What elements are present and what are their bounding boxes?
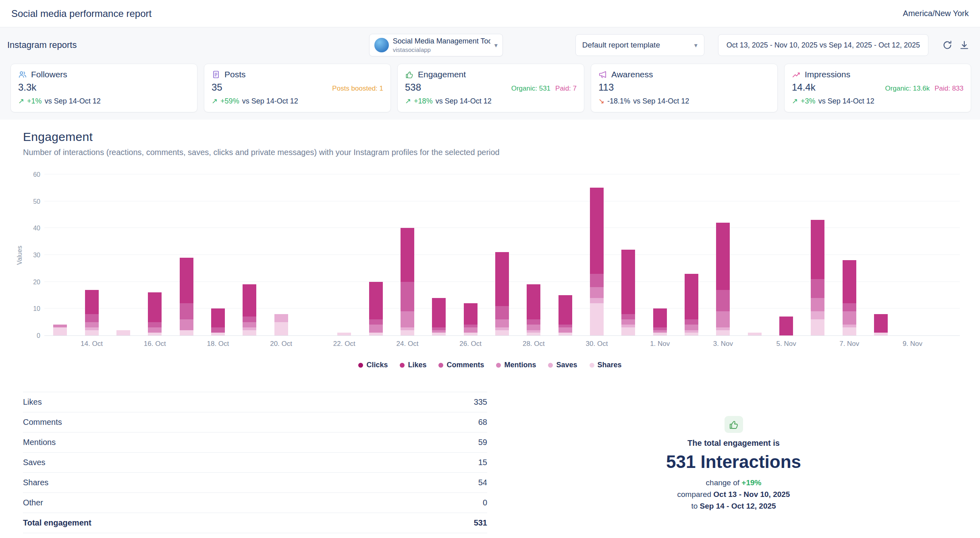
- metric-value: 15: [478, 458, 487, 467]
- bar-segment-likes: [180, 258, 193, 303]
- bar-segment-shares: [811, 319, 824, 335]
- bar-segment-mentions: [464, 327, 478, 333]
- bar-segment-shares: [527, 333, 540, 335]
- bar-segment-likes: [432, 298, 446, 327]
- stacked-bar: [495, 252, 509, 335]
- stacked-bar: [464, 303, 478, 335]
- report-template-value: Default report template: [582, 41, 660, 50]
- card-label: Posts: [224, 70, 246, 79]
- bar-segment-comments: [243, 317, 256, 322]
- card-vs: vs Sep 14-Oct 12: [436, 97, 492, 106]
- thumbs-up-icon: [405, 70, 414, 79]
- summary-line: The total engagement is: [687, 439, 780, 448]
- profile-selector[interactable]: Social Media Management Too... vistasoci…: [369, 34, 503, 56]
- bar-segment-comments: [559, 325, 572, 327]
- report-template-select[interactable]: Default report template ▾: [575, 34, 704, 56]
- date-range-picker[interactable]: Oct 13, 2025 - Nov 10, 2025 vs Sep 14, 2…: [718, 34, 928, 56]
- legend-item-clicks[interactable]: Clicks: [358, 361, 388, 369]
- bar-segment-shares: [716, 330, 730, 335]
- bar-segment-comments: [85, 314, 99, 322]
- change-prefix: change of: [706, 478, 742, 487]
- legend-item-likes[interactable]: Likes: [400, 361, 426, 369]
- legend-label: Clicks: [366, 361, 388, 369]
- to-range: Sep 14 - Oct 12, 2025: [700, 502, 776, 510]
- stacked-bar: [274, 314, 288, 335]
- legend-label: Comments: [446, 361, 484, 369]
- bar-slot: [518, 175, 549, 335]
- table-row: Likes335: [23, 392, 487, 412]
- timezone-label: America/New York: [903, 9, 969, 18]
- gridline: [44, 174, 960, 174]
- legend-item-shares[interactable]: Shares: [590, 361, 622, 369]
- bar-segment-mentions: [621, 319, 635, 325]
- bar-segment-comments: [148, 322, 162, 327]
- stacked-bar: [180, 258, 193, 335]
- bar-segment-mentions: [369, 325, 383, 333]
- chart-plot: [44, 175, 960, 336]
- bar-slot: [139, 175, 170, 335]
- trend-up-icon: ↗: [18, 97, 24, 106]
- download-icon[interactable]: [957, 38, 971, 52]
- y-tick-label: 30: [33, 252, 40, 259]
- card-engagement: Engagement 538 Organic: 531 Paid: 7 ↗ +1…: [397, 64, 584, 112]
- card-awareness: Awareness 113 ↘ -18.1% vs Sep 14-Oct 12: [591, 64, 778, 112]
- card-value: 14.4k: [792, 82, 816, 93]
- bar-segment-comments: [432, 327, 446, 330]
- bar-segment-mentions: [653, 330, 667, 333]
- bar-segment-shares: [148, 333, 162, 335]
- bar-segment-mentions: [180, 319, 193, 330]
- bar-segment-shares: [495, 330, 509, 335]
- bar-slot: [44, 175, 76, 335]
- metric-label: Comments: [23, 418, 62, 427]
- posts-boosted-badge: Posts boosted: 1: [332, 85, 383, 93]
- card-delta: +1%: [27, 97, 42, 106]
- legend-item-saves[interactable]: Saves: [548, 361, 577, 369]
- chevron-down-icon: ▾: [694, 41, 698, 49]
- bar-segment-shares: [653, 333, 667, 335]
- x-tick-label: 7. Nov: [834, 340, 865, 350]
- x-tick-label: [44, 340, 76, 350]
- table-row: Shares54: [23, 473, 487, 493]
- stacked-bar: [85, 290, 99, 335]
- bar-segment-shares: [211, 333, 225, 335]
- stacked-bar: [432, 298, 446, 335]
- compared-range: Oct 13 - Nov 10, 2025: [713, 490, 790, 499]
- chart-xlabels: 14. Oct16. Oct18. Oct20. Oct22. Oct24. O…: [0, 340, 980, 350]
- stacked-bar: [748, 333, 762, 335]
- bar-slot: [423, 175, 455, 335]
- paid-badge: Paid: 833: [934, 85, 963, 93]
- legend-item-mentions[interactable]: Mentions: [496, 361, 536, 369]
- card-vs: vs Sep 14-Oct 12: [818, 97, 874, 106]
- x-tick-label: [550, 340, 581, 350]
- bar-segment-mentions: [85, 322, 99, 327]
- bar-segment-saves: [621, 325, 635, 327]
- x-tick-label: [802, 340, 833, 350]
- bar-segment-saves: [685, 330, 698, 333]
- thumbs-up-icon: [725, 416, 743, 433]
- bar-segment-shares: [180, 330, 193, 335]
- stacked-bar: [874, 314, 888, 335]
- bar-segment-likes: [495, 252, 509, 306]
- stacked-bar: [337, 333, 351, 335]
- bar-segment-shares: [243, 330, 256, 335]
- x-tick-label: [739, 340, 770, 350]
- refresh-icon[interactable]: [941, 38, 954, 52]
- card-label: Awareness: [611, 70, 653, 79]
- to-line: to Sep 14 - Oct 12, 2025: [691, 502, 776, 511]
- table-row: Mentions59: [23, 432, 487, 453]
- y-tick-label: 40: [33, 225, 40, 232]
- card-delta: -18.1%: [607, 97, 630, 106]
- table-row: Saves15: [23, 453, 487, 473]
- bar-segment-mentions: [401, 311, 414, 327]
- bar-segment-mentions: [716, 311, 730, 327]
- bar-segment-mentions: [559, 327, 572, 333]
- bar-segment-shares: [685, 333, 698, 335]
- card-impressions: Impressions 14.4k Organic: 13.6k Paid: 8…: [784, 64, 971, 112]
- legend-dot: [358, 363, 363, 368]
- card-value: 35: [212, 82, 222, 93]
- bar-slot: [928, 175, 960, 335]
- bar-slot: [707, 175, 739, 335]
- bar-segment-comments: [843, 303, 856, 311]
- profile-name: Social Media Management Too...: [393, 37, 490, 46]
- legend-item-comments[interactable]: Comments: [438, 361, 484, 369]
